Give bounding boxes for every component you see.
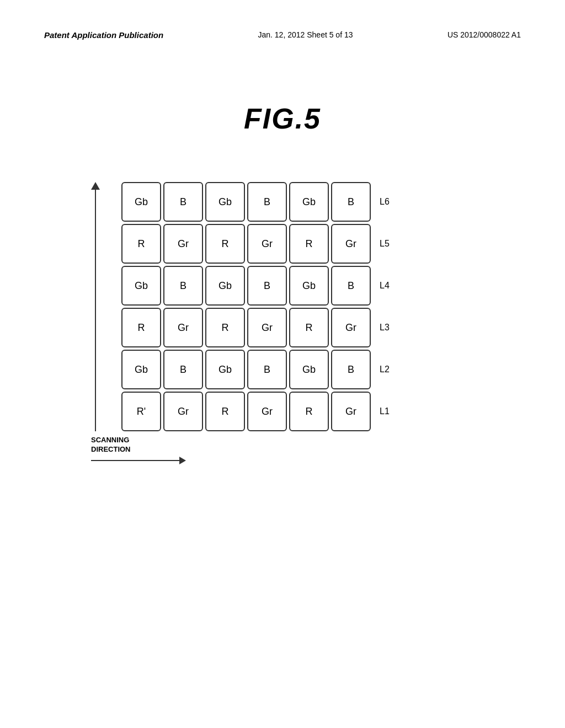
cell-L2-3: Gb bbox=[205, 350, 245, 389]
row-label-L1: L1 bbox=[380, 406, 396, 416]
vertical-arrow bbox=[91, 182, 100, 431]
cell-L6-3: Gb bbox=[205, 182, 245, 222]
cell-L3-6: Gr bbox=[331, 308, 371, 347]
scanning-arrow bbox=[91, 457, 186, 464]
cell-L2-5: Gb bbox=[289, 350, 329, 389]
cell-L1-6: Gr bbox=[331, 392, 371, 431]
cell-L5-3: R bbox=[205, 224, 245, 264]
cell-L4-1: Gb bbox=[121, 266, 161, 306]
cell-L6-5: Gb bbox=[289, 182, 329, 222]
grid-rows: Gb B Gb B Gb B L6 R Gr R Gr R Gr L5 Gb B… bbox=[121, 182, 396, 431]
patent-number: US 2012/0008022 A1 bbox=[447, 30, 521, 40]
row-label-L3: L3 bbox=[380, 323, 396, 333]
row-L2: Gb B Gb B Gb B L2 bbox=[121, 350, 396, 389]
vertical-line bbox=[95, 190, 96, 431]
cell-L6-6: B bbox=[331, 182, 371, 222]
cell-L1-5: R bbox=[289, 392, 329, 431]
scanning-line2: DIRECTION bbox=[91, 445, 186, 454]
cell-L5-4: Gr bbox=[247, 224, 287, 264]
cell-L2-2: B bbox=[163, 350, 203, 389]
row-L1: R' Gr R Gr R Gr L1 bbox=[121, 392, 396, 431]
cell-L2-4: B bbox=[247, 350, 287, 389]
cell-L3-4: Gr bbox=[247, 308, 287, 347]
arrow-right-icon bbox=[179, 457, 186, 464]
cell-L5-1: R bbox=[121, 224, 161, 264]
cell-L3-2: Gr bbox=[163, 308, 203, 347]
cell-L6-2: B bbox=[163, 182, 203, 222]
cell-L2-6: B bbox=[331, 350, 371, 389]
cell-L5-5: R bbox=[289, 224, 329, 264]
cell-L5-2: Gr bbox=[163, 224, 203, 264]
arrow-up-icon bbox=[91, 182, 100, 190]
cell-L3-1: R bbox=[121, 308, 161, 347]
cell-L6-1: Gb bbox=[121, 182, 161, 222]
row-L3: R Gr R Gr R Gr L3 bbox=[121, 308, 396, 347]
cell-L4-4: B bbox=[247, 266, 287, 306]
cell-L5-6: Gr bbox=[331, 224, 371, 264]
cell-L4-3: Gb bbox=[205, 266, 245, 306]
cell-L3-5: R bbox=[289, 308, 329, 347]
cell-L1-2: Gr bbox=[163, 392, 203, 431]
scanning-line1: SCANNING bbox=[91, 436, 186, 445]
cell-L1-4: Gr bbox=[247, 392, 287, 431]
cell-L4-2: B bbox=[163, 266, 203, 306]
cell-L1-1: R' bbox=[121, 392, 161, 431]
row-L5: R Gr R Gr R Gr L5 bbox=[121, 224, 396, 264]
figure-title: FIG.5 bbox=[244, 102, 321, 135]
horizontal-line bbox=[91, 460, 179, 461]
row-label-L2: L2 bbox=[380, 365, 396, 374]
row-label-L6: L6 bbox=[380, 197, 396, 207]
page-header: Patent Application Publication Jan. 12, … bbox=[0, 30, 565, 40]
cell-L1-3: R bbox=[205, 392, 245, 431]
cell-L6-4: B bbox=[247, 182, 287, 222]
pixel-grid: Gb B Gb B Gb B L6 R Gr R Gr R Gr L5 Gb B… bbox=[121, 182, 396, 431]
scanning-direction-label: SCANNING DIRECTION bbox=[91, 436, 186, 464]
publication-label: Patent Application Publication bbox=[44, 30, 163, 40]
row-L4: Gb B Gb B Gb B L4 bbox=[121, 266, 396, 306]
row-label-L5: L5 bbox=[380, 239, 396, 249]
cell-L2-1: Gb bbox=[121, 350, 161, 389]
date-sheet-info: Jan. 12, 2012 Sheet 5 of 13 bbox=[258, 30, 353, 40]
cell-L4-5: Gb bbox=[289, 266, 329, 306]
cell-L4-6: B bbox=[331, 266, 371, 306]
row-label-L4: L4 bbox=[380, 281, 396, 291]
cell-L3-3: R bbox=[205, 308, 245, 347]
row-L6: Gb B Gb B Gb B L6 bbox=[121, 182, 396, 222]
